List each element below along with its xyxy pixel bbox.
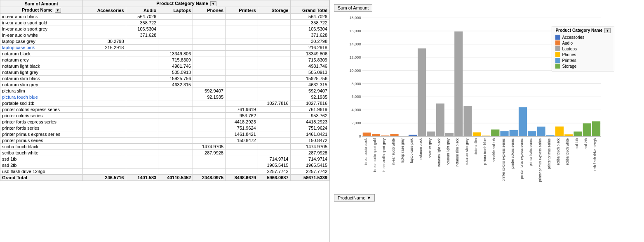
chart-legend: Product Category Name ▼ Accessories Audi… xyxy=(552,26,614,71)
row-storage xyxy=(258,45,290,51)
bar xyxy=(592,121,600,136)
bar xyxy=(528,131,536,136)
row-product-name: pictura touch blue xyxy=(0,94,83,100)
row-audio xyxy=(126,150,158,156)
row-printers xyxy=(226,88,258,94)
svg-text:printer primus series: printer primus series xyxy=(548,138,551,169)
row-product-name: printer fortis series xyxy=(0,125,83,131)
row-storage xyxy=(258,20,290,26)
row-laptops xyxy=(158,113,193,119)
table-row: in-ear audio black 564.7026 564.7026 xyxy=(0,14,329,20)
row-storage xyxy=(258,125,290,131)
row-grand: 30.2798 xyxy=(290,38,329,45)
product-name-filter-btn[interactable]: ▼ xyxy=(55,8,61,13)
svg-text:usb flash drive 128gb: usb flash drive 128gb xyxy=(593,138,597,171)
svg-text:10,000: 10,000 xyxy=(349,69,361,73)
table-row: printer fortis express series 4418.2923 … xyxy=(0,119,329,125)
svg-text:in-ear audio sport grey: in-ear audio sport grey xyxy=(382,138,386,172)
table-row: notarum light black 4981.746 4981.746 xyxy=(0,63,329,69)
row-phones xyxy=(193,156,226,162)
row-audio xyxy=(126,88,158,94)
row-audio xyxy=(126,45,158,51)
row-printers xyxy=(226,38,258,45)
header-spacer xyxy=(290,0,329,7)
row-laptops xyxy=(158,20,193,26)
row-audio xyxy=(126,107,158,113)
bar xyxy=(519,107,527,136)
row-accessories xyxy=(82,76,126,82)
row-printers: 150.8472 xyxy=(226,138,258,144)
row-audio xyxy=(126,38,158,45)
grand-total-col-header: Grand Total xyxy=(290,7,329,14)
bar xyxy=(463,106,472,136)
grand-total-row: Grand Total 246.5716 1401.583 40110.5452… xyxy=(0,175,329,181)
svg-text:pictura slim: pictura slim xyxy=(474,138,478,156)
bar xyxy=(510,130,518,136)
table-row: pictura slim 592.9407 592.9407 xyxy=(0,88,329,94)
row-printers xyxy=(226,162,258,168)
row-audio xyxy=(126,168,158,175)
svg-text:0: 0 xyxy=(359,134,361,138)
x-axis-labels: in-ear audio blackin-ear audio sport gol… xyxy=(364,138,597,182)
row-product-name: scriba touch white xyxy=(0,150,83,156)
row-laptops xyxy=(158,45,193,51)
row-laptops xyxy=(158,138,193,144)
legend-item: Accessories xyxy=(555,35,611,40)
svg-text:laptop case grey: laptop case grey xyxy=(401,138,404,163)
row-phones: 592.9407 xyxy=(193,88,226,94)
phones-col-header: Phones xyxy=(193,7,226,14)
row-grand: 592.9407 xyxy=(290,88,329,94)
legend-color-swatch xyxy=(555,58,560,63)
table-row: notarum black 13349.806 13349.806 xyxy=(0,51,329,57)
row-storage: 1027.7816 xyxy=(258,100,290,107)
row-storage xyxy=(258,138,290,144)
bar xyxy=(546,135,555,136)
table-row: printer primus series 150.8472 150.8472 xyxy=(0,138,329,144)
row-product-name: usb flash drive 128gb xyxy=(0,168,83,175)
row-product-name: laptop case pink xyxy=(0,45,83,51)
legend-label: Audio xyxy=(562,41,573,45)
row-grand: 15925.756 xyxy=(290,76,329,82)
row-grand: 150.8472 xyxy=(290,138,329,144)
row-grand: 358.722 xyxy=(290,20,329,26)
row-product-name: notarum light black xyxy=(0,63,83,69)
row-laptops xyxy=(158,26,193,32)
row-phones xyxy=(193,138,226,144)
row-phones xyxy=(193,100,226,107)
row-laptops xyxy=(158,144,193,150)
bar xyxy=(436,104,444,136)
row-accessories xyxy=(82,26,126,32)
table-row: ssd 2tb 1965.5415 1965.5415 xyxy=(0,162,329,168)
table-row: laptop case pink 216.2918 216.2918 xyxy=(0,45,329,51)
svg-text:printer fortis express series: printer fortis express series xyxy=(520,138,524,179)
table-row: in-ear audio sport grey 106.5304 106.530… xyxy=(0,26,329,32)
table-row: in-ear audio white 371.628 371.628 xyxy=(0,32,329,38)
row-accessories xyxy=(82,144,126,150)
grand-total-laptops: 40110.5452 xyxy=(158,175,193,181)
legend-label: Phones xyxy=(562,52,576,57)
svg-text:notarum black: notarum black xyxy=(419,138,423,159)
product-category-header: Product Category Name ▼ xyxy=(82,0,290,7)
legend-label: Laptops xyxy=(562,47,577,51)
svg-text:printer primus express series: printer primus express series xyxy=(538,138,542,182)
svg-text:in-ear audio white: in-ear audio white xyxy=(392,138,395,165)
table-row: ssd 1tb 714.9714 714.9714 xyxy=(0,156,329,162)
row-storage xyxy=(258,94,290,100)
row-product-name: printer coloris series xyxy=(0,113,83,119)
grand-total-phones: 2448.0975 xyxy=(193,175,226,181)
row-product-name: pictura slim xyxy=(0,88,83,94)
row-phones xyxy=(193,76,226,82)
row-printers xyxy=(226,168,258,175)
row-laptops xyxy=(158,38,193,45)
row-phones xyxy=(193,14,226,20)
product-category-filter-btn[interactable]: ▼ xyxy=(210,1,216,6)
legend-filter-btn[interactable]: ▼ xyxy=(604,28,611,33)
row-product-name: in-ear audio sport grey xyxy=(0,26,83,32)
bar xyxy=(482,135,490,136)
row-product-name: in-ear audio black xyxy=(0,14,83,20)
row-phones xyxy=(193,26,226,32)
product-name-chart-filter[interactable]: ProductName ▼ xyxy=(334,194,375,202)
row-accessories xyxy=(82,125,126,131)
row-printers xyxy=(226,100,258,107)
row-product-name: portable ssd 1tb xyxy=(0,100,83,107)
